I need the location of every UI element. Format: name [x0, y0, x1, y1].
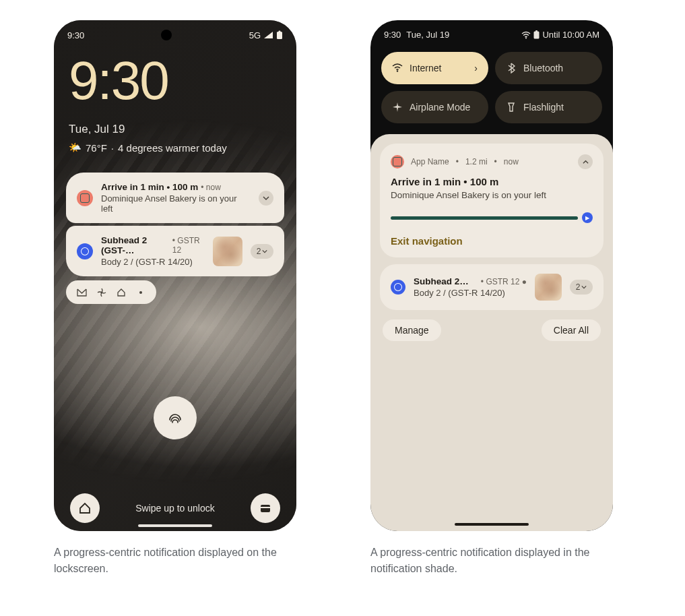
notif-body: Body 2 / (GST-R 14/20) [414, 288, 527, 298]
battery-icon [276, 30, 283, 40]
shade-status-bar: 9:30 Tue, Jul 19 Until 10:00 AM [381, 20, 602, 47]
camera-hole [161, 30, 172, 40]
notif-count: 2 [576, 282, 581, 292]
home-icon [78, 501, 92, 515]
qs-label: Internet [410, 63, 441, 73]
bluetooth-icon [506, 63, 517, 73]
weather-detail: 4 degrees warmer today [118, 142, 227, 154]
flashlight-icon [506, 102, 517, 113]
collapse-chevron-icon[interactable] [578, 154, 593, 169]
app-icon-nav [391, 155, 404, 168]
app-name: App Name [411, 157, 449, 166]
app-icon-generic [77, 243, 93, 259]
notif-subtitle: Dominique Ansel Bakery is on your left [101, 193, 251, 214]
lockscreen-icon-row[interactable] [66, 280, 156, 304]
caption-left: A progress-centric notification displaye… [54, 545, 310, 577]
progress-end-icon: ▶ [582, 212, 593, 223]
sep: • [494, 157, 497, 166]
weather-icon: 🌤️ [69, 142, 81, 154]
status-bar: 9:30 5G [54, 20, 296, 44]
notif-thumbnail [213, 237, 242, 266]
lockscreen-notification-nav[interactable]: Arrive in 1 min • 100 m • now Dominique … [66, 173, 284, 223]
chevron-down-icon [581, 284, 587, 290]
qs-tile-flashlight[interactable]: Flashlight [495, 91, 602, 123]
notif-count-badge[interactable]: 2 [570, 280, 593, 295]
notif-title: Subhead 2… [414, 276, 469, 286]
wifi-icon [392, 63, 403, 73]
lockscreen-notification-group[interactable]: Subhead 2 (GST-… • GSTR 12 Body 2 / (GST… [66, 226, 284, 276]
svg-point-3 [139, 291, 142, 294]
notif-title: Arrive in 1 min • 100 m [101, 182, 198, 192]
clear-all-button[interactable]: Clear All [542, 319, 601, 341]
fingerprint-button[interactable] [154, 396, 197, 439]
app-icon-generic [391, 280, 405, 295]
lockscreen-date: Tue, Jul 19 [54, 112, 296, 137]
distance: 1.2 mi [465, 157, 488, 166]
lockscreen-phone: 9:30 5G 9:30 Tue, Jul 19 🌤️ 76°F · 4 deg… [54, 20, 296, 531]
chevron-down-icon [262, 249, 267, 254]
svg-rect-5 [261, 507, 270, 508]
svg-rect-4 [261, 505, 270, 512]
shade-notification-group[interactable]: Subhead 2… • GSTR 12 ● Body 2 / (GST-R 1… [380, 264, 604, 310]
status-until: Until 10:00 AM [542, 30, 599, 40]
wallet-icon [259, 501, 272, 515]
notification-panel: App Name • 1.2 mi • now Arrive in 1 min … [370, 134, 613, 531]
dot-icon [135, 287, 145, 297]
exit-navigation-button[interactable]: Exit navigation [391, 235, 593, 247]
gmail-icon [77, 287, 87, 297]
status-date: Tue, Jul 19 [406, 30, 449, 40]
chevron-right-icon: › [474, 63, 478, 73]
shade-phone: 9:30 Tue, Jul 19 Until 10:00 AM Internet… [370, 20, 613, 531]
status-time: 9:30 [384, 30, 401, 40]
svg-point-9 [397, 70, 398, 71]
qs-label: Airplane Mode [410, 102, 470, 113]
battery-icon [533, 30, 540, 39]
notif-time: now [206, 183, 221, 192]
manage-button[interactable]: Manage [383, 319, 441, 341]
svg-rect-7 [534, 32, 540, 39]
expand-chevron-icon[interactable] [259, 191, 273, 206]
progress-bar: ▶ [391, 212, 593, 223]
svg-rect-1 [279, 31, 281, 32]
lockscreen-weather: 🌤️ 76°F · 4 degrees warmer today [54, 137, 296, 154]
time: now [504, 157, 519, 166]
progress-track [391, 216, 578, 220]
notif-meta: GSTR 12 [486, 277, 519, 286]
nav-handle[interactable] [138, 524, 212, 527]
notif-body: Dominique Ansel Bakery is on your left [391, 190, 593, 200]
svg-rect-0 [277, 32, 282, 39]
notif-meta: GSTR 12 [172, 236, 200, 255]
wallet-shortcut-button[interactable] [251, 493, 280, 523]
notif-thumbnail [535, 274, 562, 301]
sep: • [456, 157, 459, 166]
app-icon-nav [77, 190, 93, 206]
weather-sep: · [111, 142, 114, 154]
status-time: 9:30 [67, 30, 84, 40]
svg-rect-8 [535, 30, 537, 32]
caption-right: A progress-centric notification displaye… [370, 545, 626, 577]
home-shortcut-button[interactable] [70, 493, 100, 523]
qs-tile-airplane[interactable]: Airplane Mode [381, 91, 488, 123]
airplane-icon [392, 102, 403, 113]
notif-title: Subhead 2 (GST-… [101, 235, 170, 255]
notif-title: Arrive in 1 min • 100 m [391, 176, 593, 187]
notif-subtitle: Body 2 / (GST-R 14/20) [101, 257, 205, 267]
network-label: 5G [249, 30, 261, 40]
notif-count-badge[interactable]: 2 [251, 244, 273, 259]
qs-tile-internet[interactable]: Internet › [381, 52, 488, 84]
weather-temp: 76°F [86, 142, 107, 154]
unlock-hint: Swipe up to unlock [135, 503, 215, 514]
nav-handle[interactable] [455, 523, 529, 526]
home-icon [116, 287, 126, 297]
wifi-icon [521, 31, 531, 39]
qs-label: Flashlight [523, 102, 564, 113]
fingerprint-icon [165, 408, 185, 428]
signal-icon [263, 31, 273, 39]
qs-tile-bluetooth[interactable]: Bluetooth [495, 52, 602, 84]
shade-notification-nav[interactable]: App Name • 1.2 mi • now Arrive in 1 min … [380, 144, 604, 257]
lockscreen-clock: 9:30 [54, 44, 296, 112]
qs-label: Bluetooth [523, 63, 563, 73]
status-right: 5G [249, 30, 283, 40]
svg-point-6 [525, 37, 527, 38]
fan-icon [96, 287, 106, 297]
